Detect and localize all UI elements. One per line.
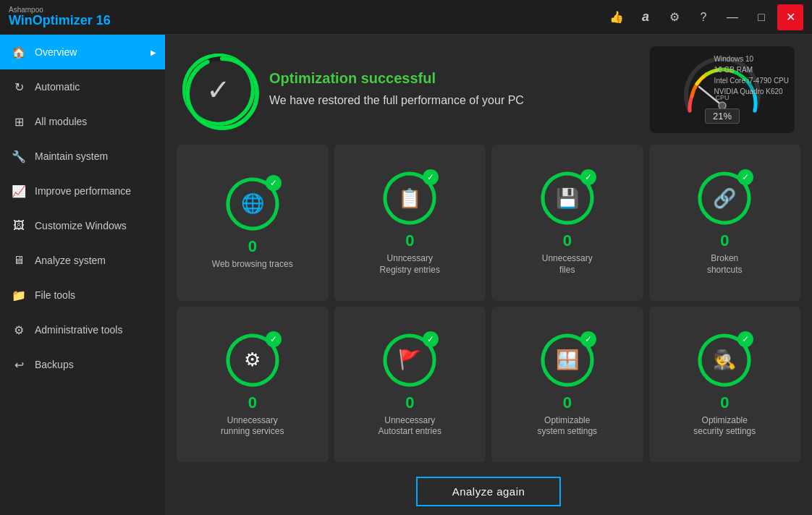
card-security[interactable]: 🕵 ✓ 0 Optimizablesecurity settings	[649, 307, 801, 463]
files-label: Unnecessaryfiles	[542, 253, 593, 276]
sidebar-item-customize[interactable]: 🖼 Customize Windows	[0, 208, 165, 243]
automatic-icon: ↻	[12, 80, 26, 94]
files-icon: 💾	[556, 187, 579, 210]
web-icon: 🌐	[241, 192, 264, 215]
card-web-browsing[interactable]: 🌐 ✓ 0 Web browsing traces	[177, 145, 329, 301]
main-layout: 🏠 Overview ↻ Automatic ⊞ All modules 🔧 M…	[0, 35, 812, 515]
autostart-label: UnnecessaryAutostart entries	[378, 415, 441, 438]
security-label: Optimizablesecurity settings	[693, 415, 756, 438]
cpu-percent: 21%	[705, 108, 740, 124]
sidebar-item-analyze[interactable]: 🖥 Analyze system	[0, 243, 165, 278]
settings-icon[interactable]: ⚙	[661, 4, 688, 30]
sidebar-item-backups[interactable]: ↩ Backups	[0, 347, 165, 382]
card-circle-shortcuts: 🔗 ✓	[695, 169, 753, 227]
registry-icon: 📋	[398, 187, 421, 210]
filetools-icon: 📁	[12, 289, 26, 302]
services-label: Unnecessaryrunning services	[221, 415, 284, 438]
ram-info: 16 GB RAM	[714, 64, 789, 75]
sidebar-item-maintain[interactable]: 🔧 Maintain system	[0, 139, 165, 174]
header-section: ✓ Optimization successful We have restor…	[165, 35, 812, 145]
success-circle: ✓	[182, 54, 255, 126]
cpu-info: Intel Core i7-4790 CPU	[714, 75, 789, 86]
card-circle-security: 🕵 ✓	[695, 331, 753, 389]
success-description: We have restored the full performance of…	[269, 93, 635, 108]
system-icon: 🪟	[556, 349, 579, 371]
card-registry[interactable]: 📋 ✓ 0 UnncessaryRegistry entries	[334, 145, 486, 301]
security-icon: 🕵	[713, 349, 736, 371]
analyze-again-button[interactable]: Analyze again	[416, 477, 562, 506]
svg-point-1	[187, 59, 257, 128]
system-info: Windows 10 16 GB RAM Intel Core i7-4790 …	[714, 54, 789, 97]
success-title: Optimization successful	[269, 70, 635, 87]
cards-row-2: ⚙ ✓ 0 Unnecessaryrunning services 🚩 ✓	[177, 307, 800, 463]
sidebar-label-maintain: Maintain system	[35, 150, 108, 162]
sidebar-label-backups: Backups	[35, 359, 74, 370]
maintain-icon: 🔧	[12, 150, 26, 163]
improve-icon: 📈	[12, 184, 26, 198]
help-icon[interactable]: ?	[690, 4, 716, 30]
card-services[interactable]: ⚙ ✓ 0 Unnecessaryrunning services	[177, 307, 329, 463]
card-shortcuts[interactable]: 🔗 ✓ 0 Brokenshortcuts	[649, 145, 801, 301]
cpu-gauge: Windows 10 16 GB RAM Intel Core i7-4790 …	[650, 46, 795, 133]
minimize-button[interactable]: —	[719, 4, 745, 30]
sidebar-label-filetools: File tools	[35, 289, 75, 301]
sidebar-label-customize: Customize Windows	[35, 220, 127, 231]
sidebar-item-improve[interactable]: 📈 Improve performance	[0, 174, 165, 208]
card-system-settings[interactable]: 🪟 ✓ 0 Optimizablesystem settings	[491, 307, 643, 463]
sidebar-item-admin[interactable]: ⚙ Administrative tools	[0, 312, 165, 347]
web-check: ✓	[266, 175, 282, 191]
web-label: Web browsing traces	[212, 259, 293, 271]
product-name: WinOptimizer 16	[9, 14, 111, 28]
files-check: ✓	[580, 169, 596, 185]
backups-icon: ↩	[12, 358, 26, 372]
sidebar-item-overview[interactable]: 🏠 Overview	[0, 35, 165, 69]
home-icon: 🏠	[12, 46, 26, 59]
sidebar-item-automatic[interactable]: ↻ Automatic	[0, 69, 165, 104]
card-circle-files: 💾 ✓	[538, 169, 596, 227]
system-label: Optimizablesystem settings	[537, 415, 597, 438]
card-circle-registry: 📋 ✓	[381, 169, 439, 227]
window-controls: 👍 a ⚙ ? — □ ✕	[604, 4, 803, 30]
sidebar-label-analyze: Analyze system	[35, 255, 106, 266]
shortcuts-label: Brokenshortcuts	[707, 253, 743, 276]
sidebar-label-automatic: Automatic	[35, 81, 80, 93]
services-check: ✓	[266, 331, 282, 347]
admin-icon: ⚙	[12, 323, 26, 337]
card-circle-system: 🪟 ✓	[538, 331, 596, 389]
os-info: Windows 10	[714, 54, 789, 64]
sidebar-label-all-modules: All modules	[35, 116, 87, 127]
card-circle-autostart: 🚩 ✓	[381, 331, 439, 389]
modules-icon: ⊞	[12, 115, 26, 129]
sidebar-item-filetools[interactable]: 📁 File tools	[0, 278, 165, 312]
sidebar-label-admin: Administrative tools	[35, 324, 122, 336]
registry-check: ✓	[423, 169, 439, 185]
cards-area: 🌐 ✓ 0 Web browsing traces 📋 ✓	[165, 145, 812, 468]
shortcuts-check: ✓	[737, 169, 753, 185]
autostart-check: ✓	[423, 331, 439, 347]
maximize-button[interactable]: □	[748, 4, 774, 30]
card-circle-services: ⚙ ✓	[224, 331, 282, 389]
close-button[interactable]: ✕	[777, 4, 803, 30]
shortcuts-icon: 🔗	[713, 187, 736, 210]
autostart-icon: 🚩	[398, 349, 421, 371]
bottom-bar: Analyze again	[165, 468, 812, 515]
sidebar-label-improve: Improve performance	[35, 185, 131, 197]
customize-icon: 🖼	[12, 219, 26, 232]
card-circle-web: 🌐 ✓	[224, 175, 282, 233]
sidebar-item-all-modules[interactable]: ⊞ All modules	[0, 104, 165, 139]
card-files[interactable]: 💾 ✓ 0 Unnecessaryfiles	[491, 145, 643, 301]
cards-row-1: 🌐 ✓ 0 Web browsing traces 📋 ✓	[177, 145, 800, 301]
sidebar: 🏠 Overview ↻ Automatic ⊞ All modules 🔧 M…	[0, 35, 165, 515]
header-text: Optimization successful We have restored…	[269, 70, 635, 108]
services-icon: ⚙	[244, 349, 261, 371]
titlebar: Ashampoo WinOptimizer 16 👍 a ⚙ ? — □ ✕	[0, 0, 812, 35]
registry-label: UnncessaryRegistry entries	[380, 253, 440, 276]
sidebar-label-overview: Overview	[35, 46, 77, 58]
thumbsup-icon[interactable]: 👍	[604, 4, 630, 30]
card-autostart[interactable]: 🚩 ✓ 0 UnnecessaryAutostart entries	[334, 307, 486, 463]
account-icon[interactable]: a	[633, 4, 659, 30]
content-area: ✓ Optimization successful We have restor…	[165, 35, 812, 515]
gpu-info: NVIDIA Quadro K620	[714, 86, 789, 97]
security-check: ✓	[737, 331, 753, 347]
system-check: ✓	[580, 331, 596, 347]
